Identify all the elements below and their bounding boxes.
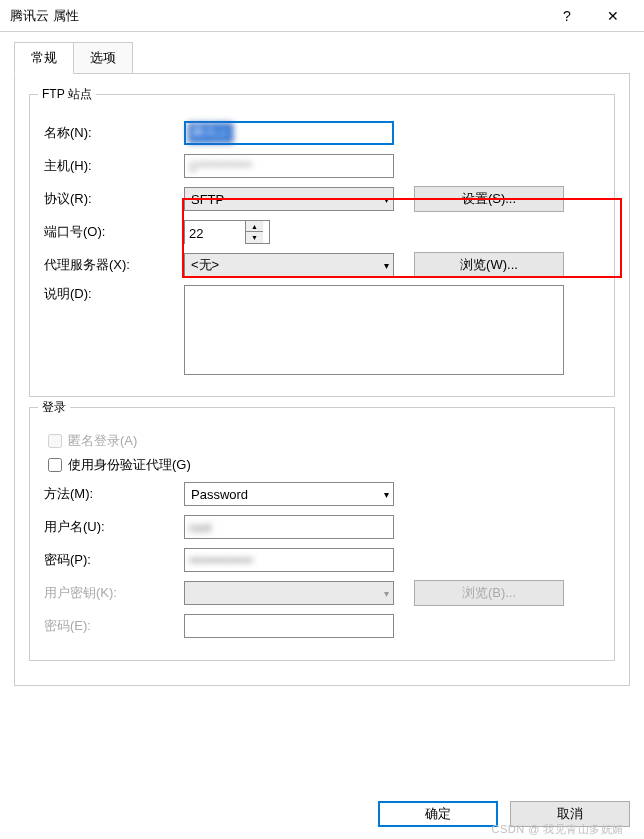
proxy-value: <无>: [191, 256, 219, 274]
footer-buttons: 确定 取消: [378, 801, 630, 827]
browse-proxy-button[interactable]: 浏览(W)...: [414, 252, 564, 278]
key-label: 用户密钥(K):: [44, 584, 184, 602]
auth-agent-checkbox[interactable]: 使用身份验证代理(G): [48, 456, 600, 474]
help-icon[interactable]: ?: [544, 0, 590, 32]
method-value: Password: [191, 487, 248, 502]
tabs: 常规 选项: [14, 42, 644, 74]
group-login-label: 登录: [38, 399, 70, 416]
group-login: 登录 匿名登录(A) 使用身份验证代理(G) 方法(M): Password ▾…: [29, 407, 615, 661]
group-ftp-label: FTP 站点: [38, 86, 96, 103]
protocol-value: SFTP: [191, 192, 224, 207]
close-icon[interactable]: ✕: [590, 0, 636, 32]
tab-general[interactable]: 常规: [14, 42, 74, 74]
desc-textarea[interactable]: [184, 285, 564, 375]
protocol-select[interactable]: SFTP ▾: [184, 187, 394, 211]
name-value: 腾讯云: [188, 123, 233, 143]
keypwd-input: [184, 614, 394, 638]
settings-button[interactable]: 设置(S)...: [414, 186, 564, 212]
cancel-button[interactable]: 取消: [510, 801, 630, 827]
auth-agent-checkbox-input[interactable]: [48, 458, 62, 472]
spinner-down-icon[interactable]: ▼: [246, 232, 263, 243]
tab-options[interactable]: 选项: [73, 42, 133, 74]
port-input[interactable]: [185, 221, 245, 245]
user-input[interactable]: root: [184, 515, 394, 539]
pwd-value: ••••••••••••••: [189, 553, 253, 568]
anon-checkbox: 匿名登录(A): [48, 432, 600, 450]
spinner-up-icon[interactable]: ▲: [246, 221, 263, 232]
anon-label: 匿名登录(A): [68, 432, 137, 450]
pwd-input[interactable]: ••••••••••••••: [184, 548, 394, 572]
titlebar: 腾讯云 属性 ? ✕: [0, 0, 644, 32]
port-label: 端口号(O):: [44, 223, 184, 241]
auth-agent-label: 使用身份验证代理(G): [68, 456, 191, 474]
group-ftp: FTP 站点 名称(N): 腾讯云 主机(H): 1*********** 协议…: [29, 94, 615, 397]
window-title: 腾讯云 属性: [10, 7, 544, 25]
chevron-down-icon: ▾: [384, 489, 389, 500]
protocol-label: 协议(R):: [44, 190, 184, 208]
name-input[interactable]: 腾讯云: [184, 121, 394, 145]
key-select: ▾: [184, 581, 394, 605]
chevron-down-icon: ▾: [384, 588, 389, 599]
tab-panel: FTP 站点 名称(N): 腾讯云 主机(H): 1*********** 协议…: [14, 73, 630, 686]
keypwd-label: 密码(E):: [44, 617, 184, 635]
name-label: 名称(N):: [44, 124, 184, 142]
method-select[interactable]: Password ▾: [184, 482, 394, 506]
chevron-down-icon: ▾: [384, 260, 389, 271]
host-label: 主机(H):: [44, 157, 184, 175]
proxy-label: 代理服务器(X):: [44, 256, 184, 274]
user-value: root: [189, 520, 211, 535]
desc-label: 说明(D):: [44, 285, 184, 303]
host-input[interactable]: 1***********: [184, 154, 394, 178]
method-label: 方法(M):: [44, 485, 184, 503]
browse-key-button: 浏览(B)...: [414, 580, 564, 606]
user-label: 用户名(U):: [44, 518, 184, 536]
proxy-select[interactable]: <无> ▾: [184, 253, 394, 277]
chevron-down-icon: ▾: [384, 194, 389, 205]
ok-button[interactable]: 确定: [378, 801, 498, 827]
host-value: 1***********: [189, 159, 252, 174]
anon-checkbox-input: [48, 434, 62, 448]
pwd-label: 密码(P):: [44, 551, 184, 569]
port-spinner[interactable]: ▲ ▼: [184, 220, 270, 244]
